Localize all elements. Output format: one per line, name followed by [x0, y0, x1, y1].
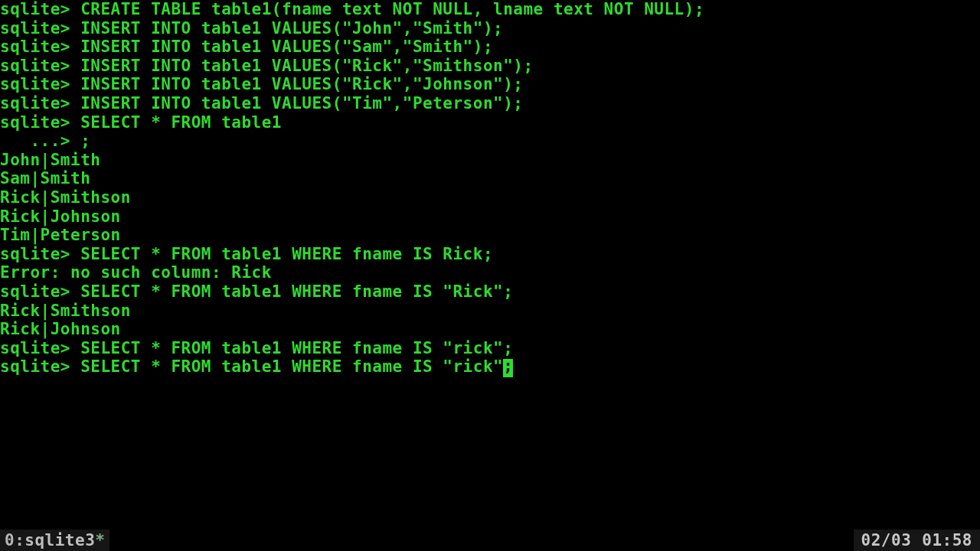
sqlite-prompt: sqlite>	[0, 339, 80, 357]
sql-command: SELECT * FROM table1 WHERE fname IS "ric…	[80, 357, 503, 376]
terminal-line: sqlite> INSERT INTO table1 VALUES("John"…	[0, 19, 980, 38]
sqlite-prompt: sqlite>	[0, 75, 80, 93]
query-output-row: John|Smith	[0, 151, 980, 170]
terminal-line: sqlite> SELECT * FROM table1 WHERE fname…	[0, 339, 980, 358]
text-cursor	[503, 359, 513, 377]
sqlite-prompt: sqlite>	[0, 57, 80, 75]
tmux-status-right: 02/0301:58	[854, 530, 980, 551]
sql-command: INSERT INTO table1 VALUES("Rick","Smiths…	[80, 57, 533, 75]
sqlite-prompt: sqlite>	[0, 94, 80, 112]
tmux-window-index: 0:	[5, 531, 24, 550]
query-output-row: Sam|Smith	[0, 169, 980, 188]
tmux-active-marker: *	[95, 531, 105, 549]
query-output-row: Rick|Johnson	[0, 320, 980, 339]
tmux-window-tab[interactable]: 0:sqlite3*	[0, 530, 109, 551]
query-output-row: Rick|Smithson	[0, 188, 980, 207]
sqlite-prompt: sqlite>	[0, 113, 80, 132]
sqlite-prompt: sqlite>	[0, 37, 80, 56]
sqlite-prompt: sqlite>	[0, 0, 80, 18]
sqlite-prompt: sqlite>	[0, 282, 80, 301]
sql-command: INSERT INTO table1 VALUES("Tim","Peterso…	[80, 94, 523, 112]
query-output-row: Tim|Peterson	[0, 226, 980, 245]
sql-command: SELECT * FROM table1	[80, 113, 282, 132]
sql-command: SELECT * FROM table1 WHERE fname IS Rick…	[80, 245, 493, 263]
terminal-line: sqlite> SELECT * FROM table1 WHERE fname…	[0, 282, 980, 302]
sqlite-prompt: sqlite>	[0, 19, 80, 37]
error-output: Error: no such column: Rick	[0, 263, 980, 282]
terminal-line-current[interactable]: sqlite> SELECT * FROM table1 WHERE fname…	[0, 357, 980, 377]
query-output-row: Rick|Johnson	[0, 207, 980, 227]
tmux-window-name: sqlite3	[24, 531, 95, 549]
terminal-line: sqlite> INSERT INTO table1 VALUES("Rick"…	[0, 75, 980, 94]
terminal-line: ...> ;	[0, 132, 980, 151]
sqlite-prompt: sqlite>	[0, 357, 80, 376]
sql-command: INSERT INTO table1 VALUES("John","Smith"…	[80, 19, 503, 37]
sqlite-cont-prompt: ...>	[0, 132, 80, 150]
terminal-line: sqlite> SELECT * FROM table1 WHERE fname…	[0, 245, 980, 264]
status-clock: 01:58	[922, 531, 972, 550]
status-counter: 02/03	[861, 531, 912, 550]
sql-command: CREATE TABLE table1(fname text NOT NULL,…	[80, 0, 704, 18]
terminal-line: sqlite> INSERT INTO table1 VALUES("Tim",…	[0, 94, 980, 113]
sql-command: SELECT * FROM table1 WHERE fname IS "Ric…	[80, 282, 513, 301]
query-output-row: Rick|Smithson	[0, 302, 980, 321]
tmux-statusbar: 0:sqlite3* 02/0301:58	[0, 530, 980, 551]
sql-command: INSERT INTO table1 VALUES("Sam","Smith")…	[80, 37, 493, 56]
terminal-line: sqlite> CREATE TABLE table1(fname text N…	[0, 0, 980, 19]
sql-command: SELECT * FROM table1 WHERE fname IS "ric…	[80, 339, 513, 357]
sqlite-prompt: sqlite>	[0, 245, 80, 263]
terminal-line: sqlite> INSERT INTO table1 VALUES("Rick"…	[0, 57, 980, 76]
terminal-line: sqlite> SELECT * FROM table1	[0, 113, 980, 132]
terminal-line: sqlite> INSERT INTO table1 VALUES("Sam",…	[0, 37, 980, 57]
sql-command: INSERT INTO table1 VALUES("Rick","Johnso…	[80, 75, 523, 93]
terminal-area[interactable]: sqlite> CREATE TABLE table1(fname text N…	[0, 0, 980, 551]
sql-command: ;	[80, 132, 90, 150]
